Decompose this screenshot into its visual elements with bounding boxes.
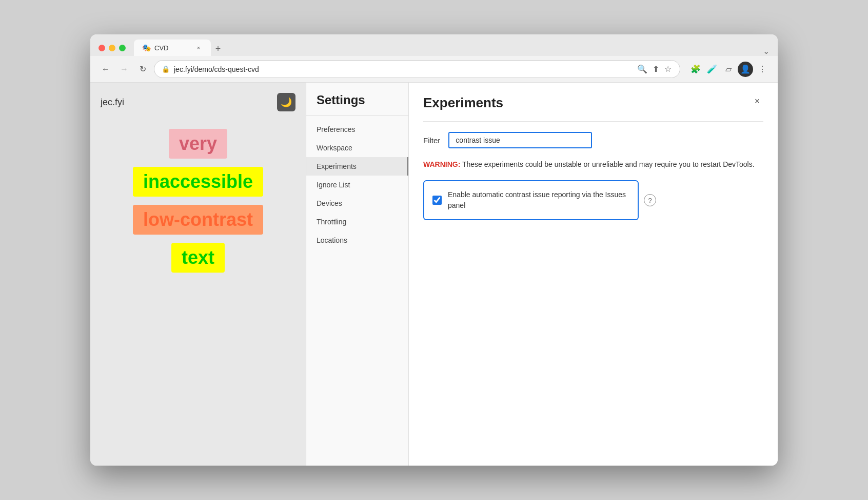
settings-divider [306, 116, 408, 116]
dark-mode-button[interactable]: 🌙 [277, 93, 295, 111]
share-icon[interactable]: ⬆ [652, 63, 660, 75]
filter-input[interactable] [448, 132, 592, 148]
bookmark-icon[interactable]: ☆ [663, 63, 673, 75]
search-address-icon[interactable]: 🔍 [636, 63, 648, 75]
sidebar-item-experiments[interactable]: Experiments [306, 157, 408, 176]
demo-word-low-contrast: low-contrast [133, 205, 263, 235]
devtools-button[interactable]: 🧪 [705, 62, 719, 76]
nav-bar: ← → ↻ 🔒 jec.fyi/demo/cds-quest-cvd 🔍 ⬆ ☆… [90, 56, 778, 83]
tabs-row: 🎭 CVD × + ⌄ [134, 40, 770, 56]
sidebar-item-locations[interactable]: Locations [306, 231, 408, 249]
demo-word-inaccessible: inaccessible [133, 167, 263, 197]
back-button[interactable]: ← [98, 62, 113, 76]
extensions-button[interactable]: 🧩 [688, 62, 703, 76]
header-divider [423, 121, 763, 122]
experiment-label: Enable automatic contrast issue reportin… [448, 189, 629, 211]
tab-title: CVD [154, 44, 168, 52]
warning-text: WARNING: These experiments could be unst… [423, 159, 763, 170]
url-text: jec.fyi/demo/cds-quest-cvd [174, 65, 632, 73]
active-tab[interactable]: 🎭 CVD × [134, 40, 211, 56]
close-settings-button[interactable]: × [751, 95, 763, 107]
tab-overflow-button[interactable]: ⌄ [763, 46, 770, 56]
maximize-traffic-light[interactable] [119, 45, 126, 51]
chrome-menu-button[interactable]: ⋮ [755, 62, 770, 76]
warning-body: These experiments could be unstable or u… [460, 160, 754, 168]
site-title: jec.fyi [101, 97, 124, 108]
minimize-traffic-light[interactable] [109, 45, 115, 51]
webpage-header: jec.fyi 🌙 [101, 93, 295, 111]
sidebar-item-ignore-list[interactable]: Ignore List [306, 176, 408, 194]
filter-label: Filter [423, 136, 440, 145]
profile-button[interactable]: 👤 [738, 62, 753, 77]
demo-words: very inaccessible low-contrast text [101, 129, 295, 273]
devtools-panel: Settings Preferences Workspace Experimen… [306, 83, 778, 466]
devtools-inner: Settings Preferences Workspace Experimen… [306, 83, 778, 466]
browser-actions: 🧩 🧪 ▱ 👤 ⋮ [688, 62, 770, 77]
warning-label: WARNING: [423, 160, 460, 168]
sidebar-item-throttling[interactable]: Throttling [306, 213, 408, 231]
traffic-lights [98, 45, 126, 51]
tab-favicon: 🎭 [142, 44, 150, 52]
demo-word-text: text [171, 243, 225, 273]
settings-sidebar: Settings Preferences Workspace Experimen… [306, 83, 409, 466]
sidebar-item-devices[interactable]: Devices [306, 194, 408, 213]
browser-window: 🎭 CVD × + ⌄ ← → ↻ 🔒 jec.fyi/demo/cds-que… [90, 34, 778, 466]
filter-row: Filter [423, 132, 763, 148]
experiments-header: Experiments × [423, 95, 763, 111]
webpage-area: jec.fyi 🌙 very inaccessible low-contrast… [90, 83, 306, 466]
close-traffic-light[interactable] [98, 45, 105, 51]
reload-button[interactable]: ↻ [135, 62, 150, 76]
address-icons: 🔍 ⬆ ☆ [636, 63, 673, 75]
title-bar: 🎭 CVD × + ⌄ [90, 34, 778, 56]
forward-button[interactable]: → [117, 62, 131, 76]
experiments-content: Experiments × Filter WARNING: These expe… [409, 83, 778, 466]
address-bar[interactable]: 🔒 jec.fyi/demo/cds-quest-cvd 🔍 ⬆ ☆ [154, 60, 680, 78]
sidebar-item-preferences[interactable]: Preferences [306, 120, 408, 139]
experiment-checkbox[interactable] [432, 196, 442, 205]
sidebar-item-workspace[interactable]: Workspace [306, 139, 408, 157]
experiments-title: Experiments [423, 95, 503, 111]
warning-box: WARNING: These experiments could be unst… [423, 159, 763, 170]
settings-title: Settings [306, 93, 408, 116]
split-view-button[interactable]: ▱ [721, 62, 736, 76]
tab-close-button[interactable]: × [194, 44, 203, 52]
experiment-item: Enable automatic contrast issue reportin… [423, 180, 639, 220]
new-tab-button[interactable]: + [211, 42, 225, 56]
browser-content: jec.fyi 🌙 very inaccessible low-contrast… [90, 83, 778, 466]
lock-icon: 🔒 [162, 65, 170, 73]
experiment-help-button[interactable]: ? [644, 194, 656, 206]
demo-word-very: very [169, 129, 227, 159]
moon-icon: 🌙 [281, 97, 292, 108]
